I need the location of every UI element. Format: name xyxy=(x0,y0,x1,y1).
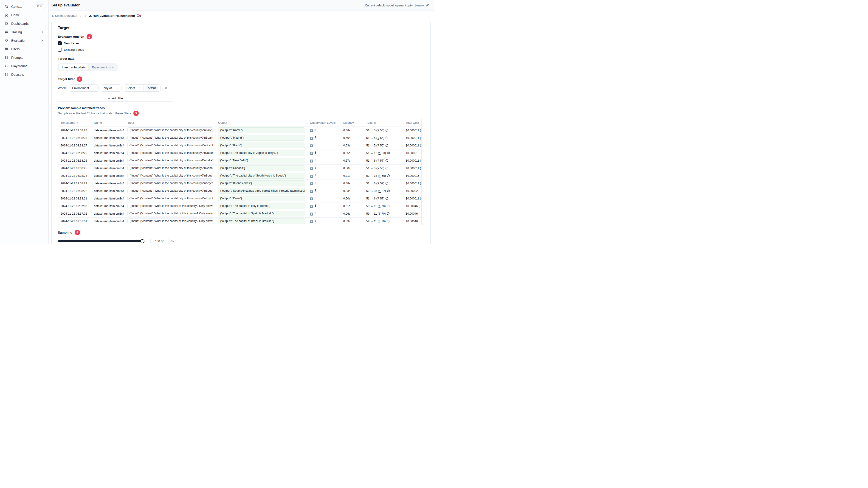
token-info-icon[interactable] xyxy=(384,129,388,132)
token-info-icon[interactable] xyxy=(385,220,390,223)
table-row[interactable]: 2024-11-22 03:38:24dataset-run-item-cm3s… xyxy=(58,172,422,180)
sidebar-item-prompts[interactable]: Prompts xyxy=(3,53,46,62)
add-filter-button[interactable]: Add filter xyxy=(58,95,174,102)
sidebar-item-datasets[interactable]: Datasets xyxy=(3,70,46,79)
token-info-icon[interactable] xyxy=(384,159,388,162)
output-cell[interactable]: {"output":"Canada"} xyxy=(218,165,305,171)
table-row[interactable]: 2024-11-22 03:37:01dataset-run-item-cm3s… xyxy=(58,217,422,225)
info-level-icon: i xyxy=(310,205,313,208)
tab-live-tracing-data[interactable]: Live tracing data xyxy=(59,64,89,71)
tab-experiment-runs[interactable]: Experiment runs xyxy=(89,64,117,71)
table-row[interactable]: 2024-11-22 03:37:02dataset-run-item-cm3s… xyxy=(58,210,422,217)
table-row[interactable]: 2024-11-22 03:38:28dataset-run-item-cm3s… xyxy=(58,134,422,142)
goto-search[interactable]: Go to... ⌘ K xyxy=(3,2,46,11)
tokens-cell: 52 → 35 (∑ 87) xyxy=(365,187,404,195)
output-cell[interactable]: {"output":"The capital of Spain is Madri… xyxy=(218,211,305,217)
token-info-icon[interactable] xyxy=(385,204,390,208)
breadcrumb-step-run-evaluator[interactable]: 2. Run Evaluator: Hallucination xyxy=(89,14,141,18)
output-cell[interactable]: {"output":"Madrid"} xyxy=(218,135,305,141)
output-cell[interactable]: {"output":"Buenos Aires"} xyxy=(218,181,305,186)
name-cell: dataset-run-item-cm3s4 xyxy=(92,134,126,142)
output-cell[interactable]: {"output":"Rome"} xyxy=(218,127,305,133)
output-cell[interactable]: {"output":"Cairo"} xyxy=(218,196,305,201)
input-cell[interactable]: {"input":[{"content":"What is the capita… xyxy=(127,158,213,163)
slider-thumb[interactable] xyxy=(140,239,145,243)
output-cell[interactable]: {"output":"The capital of Brazil is Bras… xyxy=(218,218,305,224)
checkbox-box[interactable] xyxy=(58,41,62,45)
token-info-icon[interactable] xyxy=(384,144,388,147)
timestamp-cell: 2024-11-22 03:38:25 xyxy=(58,164,92,172)
name-cell: dataset-run-item-cm3s4 xyxy=(92,217,126,225)
table-row[interactable]: 2024-11-22 03:38:23dataset-run-item-cm3s… xyxy=(58,180,422,187)
table-row[interactable]: 2024-11-22 03:37:03dataset-run-item-cm3s… xyxy=(58,202,422,210)
chevron-right-icon xyxy=(40,30,44,34)
name-cell: dataset-run-item-cm3s4 xyxy=(92,164,126,172)
input-cell[interactable]: {"input":[{"content":"What is the capita… xyxy=(127,196,213,201)
column-header-timestamp[interactable]: Timestamp▼ xyxy=(58,119,92,127)
sidebar-item-dashboards[interactable]: Dashboards xyxy=(3,19,46,28)
observation-levels-cell: i3 xyxy=(308,142,341,149)
sidebar-item-home[interactable]: Home xyxy=(3,11,46,19)
sidebar-item-label: Datasets xyxy=(11,73,24,76)
table-row[interactable]: 2024-11-22 03:38:21dataset-run-item-cm3s… xyxy=(58,195,422,202)
sampling-percentage-input[interactable] xyxy=(150,238,169,244)
input-cell[interactable]: {"input":[{"content":"What is the capita… xyxy=(127,218,213,224)
output-cell[interactable]: {"output":"The capital city of South Kor… xyxy=(218,173,305,178)
token-info-icon[interactable] xyxy=(384,182,388,185)
checkbox-existing-traces[interactable]: Existing traces xyxy=(58,47,424,52)
input-cell[interactable]: {"input":[{"content":"What is the capita… xyxy=(127,127,213,133)
sidebar-item-users[interactable]: Users xyxy=(3,45,46,53)
table-row[interactable]: 2024-11-22 03:38:26dataset-run-item-cm3s… xyxy=(58,157,422,164)
token-info-icon[interactable] xyxy=(386,189,390,193)
input-cell[interactable]: {"input":[{"content":"What is the capita… xyxy=(127,181,213,186)
sampling-slider[interactable] xyxy=(58,239,145,243)
checkbox-box[interactable] xyxy=(58,48,62,52)
column-header-latency: Latency xyxy=(341,119,365,127)
token-info-icon[interactable] xyxy=(384,197,388,200)
tokens-cell: 59 → 11 (∑ 70) xyxy=(365,210,404,217)
keyboard-shortcut-badge: ⌘ K xyxy=(35,4,44,9)
table-row[interactable]: 2024-11-22 03:38:26dataset-run-item-cm3s… xyxy=(58,149,422,157)
output-cell[interactable]: {"output":"The capital city of Japan is … xyxy=(218,150,305,156)
table-row[interactable]: 2024-11-22 03:38:25dataset-run-item-cm3s… xyxy=(58,164,422,172)
input-cell[interactable]: {"input":[{"content":"What is the capita… xyxy=(127,165,213,171)
input-cell[interactable]: {"input":[{"content":"What is the capita… xyxy=(127,203,213,209)
token-info-icon[interactable] xyxy=(385,212,390,215)
token-info-icon[interactable] xyxy=(386,174,390,177)
prompts-icon xyxy=(5,56,8,60)
output-cell[interactable]: {"output":"The capital of Italy is Rome.… xyxy=(218,203,305,209)
filter-column-select[interactable]: Environment xyxy=(69,85,98,92)
input-cell[interactable]: {"input":[{"content":"What is the capita… xyxy=(127,211,213,217)
sidebar-item-tracing[interactable]: Tracing xyxy=(3,28,46,36)
token-info-icon[interactable] xyxy=(386,152,390,155)
breadcrumb-step-select-evaluator[interactable]: 1. Select Evaluator xyxy=(52,14,82,18)
latency-cell: 0.61s xyxy=(341,202,365,210)
tokens-cell: 51 → 5 (∑ 56) xyxy=(365,142,404,149)
sampling-row: % xyxy=(58,238,424,244)
observation-levels-cell: i3 xyxy=(308,157,341,164)
token-info-icon[interactable] xyxy=(384,136,388,139)
tokens-cell: 59 → 11 (∑ 70) xyxy=(365,217,404,225)
input-cell[interactable]: {"input":[{"content":"What is the capita… xyxy=(127,150,213,156)
table-row[interactable]: 2024-11-22 03:38:27dataset-run-item-cm3s… xyxy=(58,142,422,149)
token-info-icon[interactable] xyxy=(384,167,388,170)
input-cell[interactable]: {"input":[{"content":"What is the capita… xyxy=(127,142,213,148)
filter-operator-select[interactable]: any of xyxy=(101,85,121,92)
filter-value-select[interactable]: Select default xyxy=(124,85,160,92)
sidebar-item-evaluation[interactable]: Evaluation xyxy=(3,36,46,45)
table-scrollbar[interactable] xyxy=(422,119,424,225)
input-cell[interactable]: {"input":[{"content":"What is the capita… xyxy=(127,135,213,141)
remove-filter-button[interactable] xyxy=(163,86,168,91)
output-cell[interactable]: {"output":"South Africa has three capita… xyxy=(218,188,305,194)
output-cell[interactable]: {"output":"Brazil"} xyxy=(218,142,305,148)
table-row[interactable]: 2024-11-22 03:38:22dataset-run-item-cm3s… xyxy=(58,187,422,195)
step-badge-4: 4 xyxy=(74,230,80,235)
input-cell[interactable]: {"input":[{"content":"What is the capita… xyxy=(127,173,213,178)
edit-model-icon[interactable] xyxy=(426,4,429,7)
table-row[interactable]: 2024-11-22 03:38:28dataset-run-item-cm3s… xyxy=(58,127,422,134)
checkbox-new-traces[interactable]: New traces xyxy=(58,41,424,46)
input-cell[interactable]: {"input":[{"content":"What is the capita… xyxy=(127,188,213,194)
target-heading: Target xyxy=(58,26,424,30)
output-cell[interactable]: {"output":"New Delhi"} xyxy=(218,158,305,163)
sidebar-item-playground[interactable]: Playground xyxy=(3,62,46,70)
